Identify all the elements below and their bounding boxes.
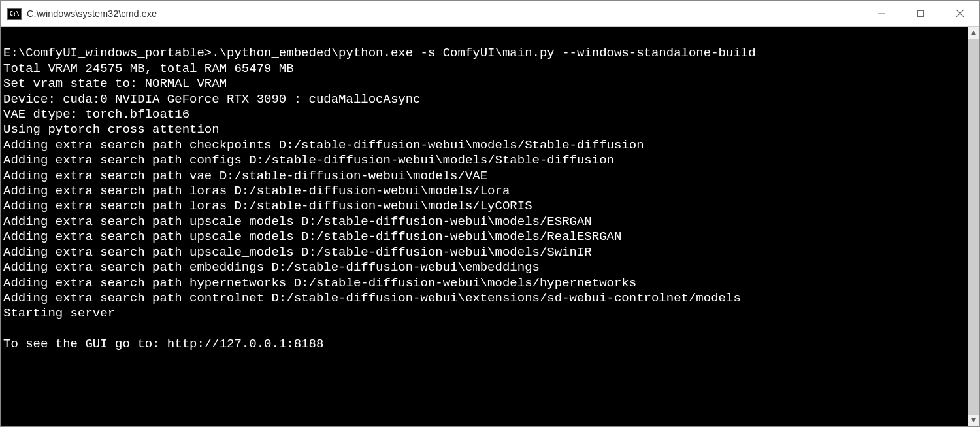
maximize-button[interactable]	[901, 1, 940, 26]
scrollbar-thumb[interactable]	[968, 39, 979, 415]
window-controls	[862, 1, 979, 26]
minimize-button[interactable]	[862, 1, 901, 26]
svg-rect-1	[918, 10, 924, 16]
svg-marker-5	[971, 418, 976, 422]
svg-marker-4	[971, 31, 976, 35]
scrollbar-track[interactable]	[968, 39, 979, 415]
scroll-up-arrow-icon[interactable]	[968, 27, 979, 39]
cmd-icon: C:\	[7, 8, 22, 20]
window-title: C:\windows\system32\cmd.exe	[27, 9, 157, 19]
vertical-scrollbar[interactable]	[968, 27, 979, 426]
terminal-area: E:\ComfyUI_windows_portable>.\python_emb…	[1, 27, 979, 426]
terminal-output[interactable]: E:\ComfyUI_windows_portable>.\python_emb…	[1, 27, 968, 426]
cmd-window: C:\ C:\windows\system32\cmd.exe E:\Comfy…	[0, 0, 980, 427]
close-button[interactable]	[940, 1, 979, 26]
titlebar[interactable]: C:\ C:\windows\system32\cmd.exe	[1, 1, 979, 27]
scroll-down-arrow-icon[interactable]	[968, 415, 979, 426]
